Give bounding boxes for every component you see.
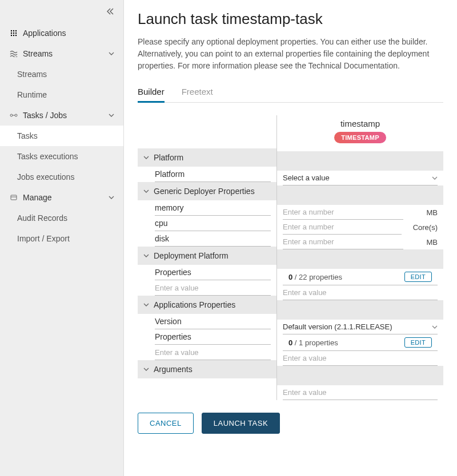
section-arguments-header[interactable]: Arguments [138,360,276,378]
sidebar-label: Runtime [17,90,47,99]
tab-freetext[interactable]: Freetext [182,82,213,102]
svg-point-9 [10,114,13,116]
sidebar-item-tasks-executions[interactable]: Tasks executions [0,146,123,167]
page-title-prefix: Launch task [138,10,222,27]
launch-task-button[interactable]: LAUNCH TASK [202,413,280,434]
apps-version-label: Version [155,314,271,329]
sidebar-item-streams-sub[interactable]: Streams [0,64,123,84]
sidebar-item-runtime[interactable]: Runtime [0,84,123,105]
sidebar-label: Jobs executions [17,172,74,181]
section-platform-header[interactable]: Platform [138,148,276,167]
disk-input[interactable]: Enter a number [283,235,403,249]
placeholder-text: Enter a number [283,223,334,231]
deployment-custom-value-input[interactable]: Enter a value [283,285,438,300]
placeholder-text: Enter a value [283,288,327,297]
page-title-name: timestamp-task [222,10,322,27]
sidebar-label: Manage [23,193,109,202]
svg-point-5 [15,33,17,34]
section-apps-header[interactable]: Applications Properties [138,296,276,314]
section-title: Platform [154,153,183,162]
section-title: Deployment Platform [154,251,228,260]
builder-right-column: timestamp TIMESTAMP Select a value Enter… [276,115,443,400]
sidebar-item-tasks-jobs[interactable]: Tasks / Jobs [0,105,123,126]
memory-unit: MB [415,208,443,217]
action-buttons: CANCEL LAUNCH TASK [138,413,443,434]
tab-builder[interactable]: Builder [138,82,165,103]
arguments-input[interactable]: Enter a value [283,385,438,400]
cpu-label: cpu [155,216,271,231]
select-value: Select a value [283,174,428,182]
sidebar-item-import-export[interactable]: Import / Export [0,228,123,249]
chevron-down-icon [432,176,438,180]
chevron-down-icon [109,196,114,199]
svg-point-7 [13,35,14,36]
sidebar-label: Tasks executions [17,152,78,161]
sidebar-item-tasks[interactable]: Tasks [0,126,123,146]
apps-version-select[interactable]: Default version (2.1.1.RELEASE) [283,320,438,334]
placeholder-text: Enter a value [155,284,199,292]
svg-point-8 [15,35,17,36]
memory-label: memory [155,200,271,216]
collapse-sidebar-icon[interactable] [106,7,114,15]
apps-properties-count: 0 / 1 properties [288,338,404,347]
svg-point-3 [11,33,12,34]
sidebar: Applications Streams Streams Runtime Tas… [0,0,124,476]
manage-icon [9,194,18,201]
svg-point-1 [13,30,14,31]
sidebar-item-streams[interactable]: Streams [0,43,123,64]
sidebar-top [0,0,123,23]
disk-unit: MB [415,238,443,247]
sidebar-item-jobs-executions[interactable]: Jobs executions [0,167,123,187]
sidebar-item-audit-records[interactable]: Audit Records [0,208,123,228]
apps-custom-value-input[interactable]: Enter a value [283,351,438,366]
disk-label: disk [155,231,271,247]
sidebar-label: Audit Records [17,213,67,223]
tabs: Builder Freetext [138,82,443,103]
svg-rect-11 [11,195,17,200]
deployment-properties-label: Properties [155,265,271,280]
apps-custom-key-input[interactable]: Enter a value [155,345,271,360]
grid-icon [9,30,18,37]
section-title: Generic Deployer Properties [154,187,255,196]
platform-select[interactable]: Select a value [283,171,438,185]
svg-point-0 [11,30,12,31]
placeholder-text: Enter a value [283,354,327,362]
section-deployment-header[interactable]: Deployment Platform [138,247,276,265]
builder-panel: Platform Platform Generic Deployer Prope… [138,115,443,400]
svg-point-6 [11,35,12,36]
chevron-down-icon [143,368,149,371]
cpu-unit: Core(s) [413,223,443,232]
sidebar-label: Tasks [17,131,38,140]
placeholder-text: Enter a number [283,237,334,246]
section-title: Applications Properties [154,300,235,309]
chevron-down-icon [143,156,149,159]
sidebar-item-applications[interactable]: Applications [0,23,123,43]
chevron-down-icon [109,114,114,117]
cancel-button[interactable]: CANCEL [138,413,194,434]
chevron-down-icon [143,303,149,306]
deployment-custom-key-input[interactable]: Enter a value [155,280,271,296]
chevron-down-icon [143,254,149,257]
sidebar-item-manage[interactable]: Manage [0,187,123,208]
placeholder-text: Enter a value [155,348,199,357]
sidebar-label: Tasks / Jobs [23,111,109,120]
chevron-down-icon [109,52,114,55]
app-type-badge: TIMESTAMP [334,132,386,143]
chevron-down-icon [432,325,438,329]
platform-label: Platform [155,167,271,182]
main-content: Launch task timestamp-task Please specif… [124,0,457,476]
deployment-properties-edit-button[interactable]: EDIT [404,272,432,282]
app-name: timestamp [277,119,443,128]
sidebar-label: Import / Export [17,234,70,243]
sidebar-label: Streams [17,70,47,79]
placeholder-text: Enter a number [283,208,334,216]
sidebar-label: Streams [23,49,109,58]
page-description: Please specify any optional deployment p… [138,36,443,72]
streams-icon [9,50,18,57]
cpu-input[interactable]: Enter a number [283,220,402,235]
deployment-properties-count: 0 / 22 properties [288,273,404,281]
select-value: Default version (2.1.1.RELEASE) [283,322,428,331]
section-generic-header[interactable]: Generic Deployer Properties [138,182,276,200]
apps-properties-edit-button[interactable]: EDIT [404,337,432,348]
memory-input[interactable]: Enter a number [283,205,403,220]
